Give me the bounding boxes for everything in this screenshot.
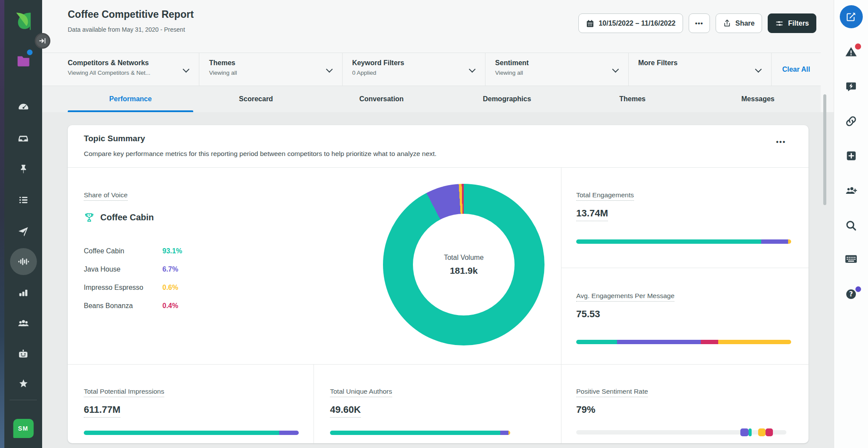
- keyboard-icon: [845, 253, 858, 265]
- bar-segment: [330, 431, 500, 435]
- metric-label: Avg. Engagements Per Message: [576, 292, 674, 302]
- metric-label: Total Potential Impressions: [84, 388, 164, 397]
- add-user-icon: [845, 185, 858, 197]
- link-button[interactable]: [834, 115, 868, 127]
- report-header: Coffee Competitive Report Data available…: [42, 0, 834, 53]
- sentiment-marker: [766, 428, 773, 436]
- page-title: Coffee Competitive Report: [68, 9, 194, 20]
- metric-value: 13.74M: [576, 208, 608, 221]
- share-of-voice-legend: Coffee Cabin 93.1% Java House 6.7% Impre…: [84, 242, 201, 315]
- filter-keyword-filters[interactable]: Keyword Filters 0 Applied: [343, 53, 485, 86]
- filter-sub: Viewing All Competitors & Net...: [68, 70, 190, 76]
- tab-messages[interactable]: Messages: [695, 86, 821, 112]
- sidebar-item-automation-bot[interactable]: [4, 345, 42, 363]
- filter-label: Competitors & Networks: [68, 59, 190, 67]
- more-options-button[interactable]: •••: [689, 13, 710, 33]
- sidebar-collapse-button[interactable]: [35, 33, 50, 49]
- tab-performance[interactable]: Performance: [68, 86, 193, 112]
- bar-segment: [788, 239, 791, 244]
- notification-dot: [27, 50, 33, 55]
- message-shortcuts-button[interactable]: [834, 80, 868, 93]
- sentiment-marker: [749, 428, 752, 436]
- legend-row[interactable]: Beans Bonanza 0.4%: [84, 297, 201, 315]
- clear-all-cell: Clear All: [772, 53, 821, 86]
- tab-demographics[interactable]: Demographics: [444, 86, 570, 112]
- legend-value: 0.4%: [162, 302, 178, 310]
- clear-all-link[interactable]: Clear All: [782, 66, 810, 73]
- bar-segment: [576, 239, 761, 244]
- vertical-scrollbar[interactable]: [823, 94, 826, 205]
- sidebar-item-favorites[interactable]: [4, 375, 42, 392]
- metric-value: 75.53: [576, 309, 600, 320]
- leader-name: Coffee Cabin: [100, 212, 154, 222]
- invite-user-button[interactable]: [834, 185, 868, 197]
- divider: [561, 268, 809, 268]
- sidebar-item-dashboard[interactable]: [4, 99, 42, 116]
- legend-value: 0.6%: [162, 284, 178, 292]
- sidebar-item-listening[interactable]: [4, 253, 42, 270]
- sprout-logo-icon[interactable]: [4, 9, 42, 33]
- sidebar-item-people[interactable]: [4, 314, 42, 332]
- sidebar-item-inbox[interactable]: [4, 130, 42, 147]
- sidebar-item-lists[interactable]: [4, 191, 42, 209]
- filters-button[interactable]: Filters: [768, 13, 816, 33]
- bar-segment: [576, 340, 617, 344]
- donut-center-value: 181.9k: [450, 265, 478, 276]
- card-menu-button[interactable]: •••: [776, 138, 786, 146]
- stacked-bar: [576, 239, 791, 244]
- donut-center-label: Total Volume: [444, 254, 484, 262]
- filter-more-filters[interactable]: More Filters: [629, 53, 772, 86]
- legend-row[interactable]: Coffee Cabin 93.1%: [84, 242, 201, 260]
- metric-label: Total Engagements: [576, 191, 634, 201]
- plus-square-icon: [845, 150, 857, 162]
- filter-sentiment[interactable]: Sentiment Viewing all: [485, 53, 628, 86]
- filter-label: More Filters: [638, 59, 762, 67]
- metric-total-engagements: Total Engagements 13.74M: [576, 191, 791, 244]
- date-range-button[interactable]: 10/15/2022 – 11/16/2022: [578, 13, 683, 33]
- compose-button[interactable]: [834, 5, 868, 28]
- metric-avg-engagements: Avg. Engagements Per Message 75.53: [576, 292, 791, 344]
- user-avatar[interactable]: SM: [13, 419, 33, 438]
- sidebar-item-publishing[interactable]: [4, 222, 42, 240]
- right-rail: ?: [834, 0, 868, 448]
- search-icon: [845, 219, 857, 232]
- filter-label: Themes: [209, 59, 333, 67]
- alerts-button[interactable]: [834, 46, 868, 58]
- main-area: Coffee Competitive Report Data available…: [42, 0, 834, 448]
- keyboard-shortcuts-button[interactable]: [834, 253, 868, 265]
- filters-label: Filters: [788, 20, 809, 27]
- report-content: Topic Summary Compare key performance me…: [42, 112, 834, 448]
- legend-row[interactable]: Java House 6.7%: [84, 260, 201, 279]
- legend-row[interactable]: Impresso Espresso 0.6%: [84, 279, 201, 297]
- card-title: Topic Summary: [84, 134, 145, 143]
- bar-segment: [701, 340, 718, 344]
- backdrop-strip: [0, 0, 4, 448]
- tab-scorecard[interactable]: Scorecard: [193, 86, 319, 112]
- share-of-voice-donut-chart[interactable]: Total Volume 181.9k: [383, 184, 545, 345]
- left-sidebar: SM: [4, 0, 42, 448]
- link-icon: [845, 115, 857, 127]
- tab-themes[interactable]: Themes: [570, 86, 695, 112]
- legend-name: Coffee Cabin: [84, 247, 162, 255]
- share-of-voice-label: Share of Voice: [84, 191, 128, 201]
- filter-competitors-networks[interactable]: Competitors & Networks Viewing All Compe…: [42, 53, 199, 86]
- sidebar-item-reports[interactable]: [4, 284, 42, 301]
- sidebar-item-folders[interactable]: [4, 50, 42, 71]
- sliders-icon: [775, 19, 784, 28]
- tab-conversation[interactable]: Conversation: [319, 86, 444, 112]
- filter-themes[interactable]: Themes Viewing all: [199, 53, 342, 86]
- marker-track: [576, 430, 786, 435]
- divider: [68, 167, 809, 168]
- share-button[interactable]: Share: [716, 13, 762, 33]
- sidebar-item-pinned[interactable]: [4, 160, 42, 178]
- filter-sub: Viewing all: [495, 70, 619, 76]
- add-button[interactable]: [834, 150, 868, 162]
- help-button[interactable]: ?: [834, 288, 868, 300]
- filter-bar: Competitors & Networks Viewing All Compe…: [42, 53, 821, 86]
- report-tabs: Performance Scorecard Conversation Demog…: [42, 86, 821, 112]
- alert-notification-dot: [855, 43, 861, 50]
- topic-summary-card: Topic Summary Compare key performance me…: [68, 125, 809, 443]
- search-button[interactable]: [834, 219, 868, 232]
- bar-segment: [718, 340, 791, 344]
- filter-label: Keyword Filters: [352, 59, 476, 67]
